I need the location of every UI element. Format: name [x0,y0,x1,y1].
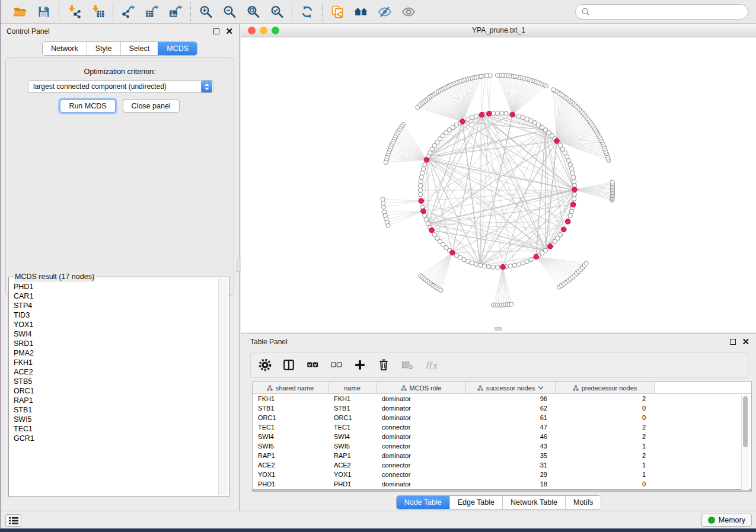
import-table-icon[interactable] [90,4,106,20]
table-cell: SWI5 [328,441,377,451]
network-window-title: YPA_prune.txt_1 [241,26,756,34]
right-pane: YPA_prune.txt_1 Table Panel ✕ f(x) share… [241,24,756,511]
result-node-item[interactable]: ACE2 [10,367,217,377]
table-cell: dominator [377,394,466,403]
columns-icon[interactable] [282,358,296,372]
tab-edge-table[interactable]: Edge Table [449,496,502,509]
export-network-icon[interactable] [120,4,136,20]
tab-node-table[interactable]: Node Table [397,496,449,509]
tab-motifs[interactable]: Motifs [565,496,601,509]
mcds-panel: Optimization criterion: largest connecte… [5,57,234,296]
column-label: name [344,384,361,392]
export-image-icon[interactable] [168,4,183,20]
tab-mcds[interactable]: MCDS [158,42,197,55]
column-type-icon [401,385,407,391]
column-header-MCDS-role[interactable]: MCDS role [377,382,466,393]
canvas-grip[interactable] [495,327,502,331]
result-scrollbar[interactable] [218,278,228,495]
dropdown-stepper-icon [201,81,212,92]
column-header-successor-nodes[interactable]: successor nodes [466,382,556,393]
table-float-icon[interactable] [730,339,736,345]
export-table-icon[interactable] [144,4,160,20]
memory-label: Memory [719,516,745,524]
table-close-icon[interactable]: ✕ [742,339,749,345]
result-node-item[interactable]: GCR1 [10,434,217,443]
table-row[interactable]: SWI4SWI4dominator462 [253,432,751,441]
result-node-item[interactable]: CAR1 [10,291,217,301]
fx-icon: f(x) [424,358,438,372]
column-header-shared-name[interactable]: shared name [253,382,328,393]
result-node-item[interactable]: FKH1 [10,358,217,367]
table-scrollbar-thumb[interactable] [743,396,748,447]
float-panel-icon[interactable] [213,28,219,34]
tab-network-table[interactable]: Network Table [502,496,565,509]
show-eye-icon[interactable] [401,4,416,20]
table-cell: 2 [556,432,655,441]
close-panel-button[interactable]: Close panel [123,100,180,113]
gear-icon[interactable] [258,358,272,372]
result-node-item[interactable]: SWI4 [10,329,217,339]
result-node-item[interactable]: TID3 [10,310,217,320]
search-icon [580,7,591,17]
criterion-dropdown[interactable]: largest connected component (undirected) [28,80,213,93]
zoom-fit-icon[interactable] [245,4,261,20]
network-window-titlebar: YPA_prune.txt_1 [241,24,756,37]
table-header-row: shared namenameMCDS rolesuccessor nodesp… [253,382,751,394]
result-node-item[interactable]: PMA2 [10,348,217,358]
result-node-item[interactable]: ORC1 [10,386,217,396]
result-node-item[interactable]: TEC1 [10,424,217,434]
table-row[interactable]: SWI5SWI5connector431 [253,441,751,451]
application-window: Control Panel ✕ NetworkStyleSelectMCDS O… [0,0,756,528]
add-icon[interactable] [353,358,367,372]
result-node-item[interactable]: SRD1 [10,339,217,348]
result-node-item[interactable]: STB5 [10,377,217,386]
table-row[interactable]: ORC1ORC1dominator610 [253,413,751,422]
table-cell: 2 [556,422,655,432]
zoom-selected-icon[interactable] [269,4,285,20]
table-row[interactable]: FKH1FKH1dominator962 [253,394,751,403]
table-row[interactable]: TEC1TEC1connector472 [253,422,751,432]
table-row[interactable]: PHD1PHD1dominator180 [253,479,751,489]
column-header-name[interactable]: name [328,382,377,393]
deselect-all-icon[interactable] [329,358,343,372]
clone-network-icon[interactable] [330,4,345,20]
zoom-in-icon[interactable] [198,4,213,20]
search-input[interactable] [591,8,743,16]
result-node-item[interactable]: STP4 [10,301,217,310]
result-node-item[interactable]: RAP1 [10,396,217,405]
result-node-item[interactable]: STB1 [10,405,217,415]
tab-network[interactable]: Network [43,42,87,55]
table-row[interactable]: ACE2ACE2connector311 [253,460,751,470]
tab-select[interactable]: Select [120,42,158,55]
save-icon[interactable] [36,4,52,20]
table-row[interactable]: STB1STB1dominator620 [253,403,751,413]
search-box[interactable] [575,4,748,20]
control-panel-tabs: NetworkStyleSelectMCDS [1,41,239,56]
run-mcds-button[interactable]: Run MCDS [60,100,115,113]
network-canvas[interactable] [241,37,756,332]
hide-eye-icon[interactable] [377,4,393,20]
mcds-result-list[interactable]: PHD1CAR1STP4TID3YOX1SWI4SRD1PMA2FKH1ACE2… [10,282,217,495]
result-node-item[interactable]: YOX1 [10,320,217,329]
refresh-icon[interactable] [299,4,315,20]
tab-style[interactable]: Style [87,42,120,55]
column-header-predecessor-nodes[interactable]: predecessor nodes [556,382,655,393]
task-history-button[interactable] [5,514,21,527]
open-folder-icon[interactable] [12,4,28,20]
close-panel-icon[interactable]: ✕ [225,28,233,34]
result-node-item[interactable]: PHD1 [10,282,217,291]
trash-icon[interactable] [377,358,391,372]
result-node-item[interactable]: SWI5 [10,415,217,424]
table-row[interactable]: RAP1RAP1dominator352 [253,451,751,460]
table-scrollbar[interactable] [741,395,749,490]
network-graph[interactable] [241,37,756,332]
memory-button[interactable]: Memory [701,514,752,527]
import-network-icon[interactable] [66,4,82,20]
table-cell: dominator [377,413,466,422]
table-row[interactable]: YOX1YOX1connector291 [253,470,751,479]
table-cell: 31 [466,460,556,470]
table-cell: 1 [556,441,655,451]
homes-icon[interactable] [353,4,369,20]
zoom-out-icon[interactable] [222,4,237,20]
select-all-icon[interactable] [305,358,320,372]
